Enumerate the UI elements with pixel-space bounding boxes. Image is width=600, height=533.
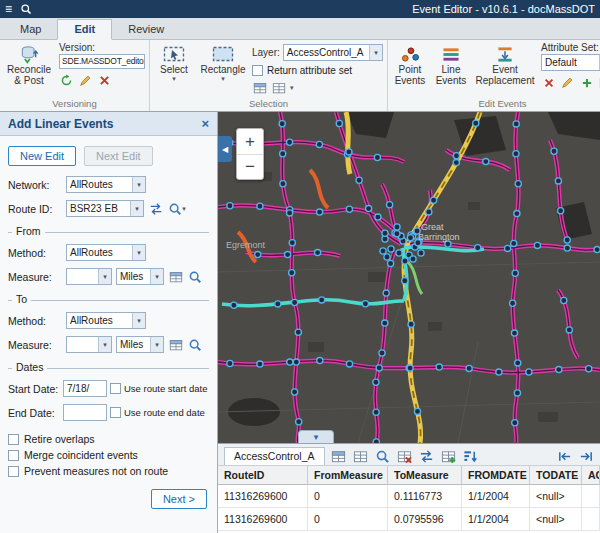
to-unit-value: Miles — [117, 339, 150, 350]
selection-more-dropdown-icon[interactable]: ▾ — [290, 84, 294, 91]
column-header-todate[interactable]: TODATE — [530, 466, 582, 485]
next-button[interactable]: Next > — [151, 489, 207, 509]
cell-ac — [582, 508, 600, 531]
line-events-label: Line Events — [435, 64, 467, 86]
cell-frommeasure: 0 — [308, 508, 388, 531]
delete-version-icon[interactable] — [97, 73, 112, 88]
panel-title: Add Linear Events — [8, 117, 201, 131]
clear-attribute-set-icon[interactable] — [541, 75, 556, 90]
route-picker-icon[interactable] — [148, 201, 163, 216]
edit-attribute-set-icon[interactable] — [560, 75, 575, 90]
route-id-select[interactable]: BSR23 EB ▾ — [66, 200, 144, 217]
next-edit-button[interactable]: Next Edit — [84, 146, 153, 166]
group-label-versioning: Versioning — [0, 98, 149, 111]
tab-map[interactable]: Map — [4, 20, 57, 39]
ribbon-group-edit-events: Point Events Line Events Event Replaceme… — [388, 40, 600, 111]
from-measure-select[interactable]: ▾ — [66, 268, 112, 285]
to-measure-table-icon[interactable] — [168, 337, 183, 352]
use-route-start-date-checkbox[interactable] — [110, 383, 121, 394]
collapse-table-button[interactable]: ▼ — [298, 430, 334, 443]
column-header-tomeasure[interactable]: ToMeasure — [388, 466, 462, 485]
line-events-button[interactable]: Line Events — [433, 42, 469, 86]
table-row[interactable]: 11316269600 0 0.0795596 1/1/2004 <null> — [218, 508, 600, 531]
tab-edit[interactable]: Edit — [57, 19, 112, 40]
map-canvas: Egremont Great Barrington — [218, 112, 600, 443]
sort-ascending-icon[interactable] — [463, 447, 479, 465]
rectangle-tool-button[interactable]: Rectangle ▾ — [199, 42, 247, 82]
return-attribute-set-checkbox[interactable] — [252, 65, 263, 76]
start-date-input[interactable]: 7/18/ — [63, 380, 107, 397]
collapse-panel-left-button[interactable]: ◀ — [218, 136, 232, 162]
add-records-icon[interactable] — [441, 447, 457, 465]
prevent-measures-label: Prevent measures not on route — [24, 465, 168, 477]
titlebar: ≡ Event Editor - v10.6.1 - docMassDOT — [0, 0, 600, 18]
map-label-barrington: Barrington — [418, 232, 460, 242]
column-header-fromdate[interactable]: FROMDATE — [462, 466, 530, 485]
attribute-set-label: Attribute Set: — [541, 42, 600, 53]
show-selected-records-icon[interactable] — [331, 447, 347, 465]
new-edit-button[interactable]: New Edit — [8, 146, 76, 166]
rectangle-tool-label: Rectangle — [200, 64, 245, 75]
use-route-start-date-label: Use route start date — [124, 383, 207, 394]
reconcile-post-button[interactable]: Reconcile & Post — [4, 42, 54, 86]
first-record-icon[interactable] — [556, 447, 572, 465]
dropdown-arrow-icon: ▾ — [132, 245, 145, 260]
network-select[interactable]: AllRoutes ▾ — [66, 176, 146, 193]
end-date-input[interactable] — [63, 404, 107, 421]
select-dropdown-icon[interactable]: ▾ — [172, 75, 176, 82]
zoom-to-selection-icon[interactable] — [375, 447, 391, 465]
return-attribute-set-label: Return attribute set — [267, 65, 352, 76]
retire-overlaps-checkbox[interactable] — [8, 434, 19, 445]
attribute-set-select[interactable]: Default ▾ — [541, 54, 600, 71]
prevent-measures-checkbox[interactable] — [8, 466, 19, 477]
selectable-layers-icon[interactable] — [252, 80, 267, 95]
cell-ac — [582, 485, 600, 508]
table-tab-accesscontrol[interactable]: AccessControl_A — [224, 447, 325, 465]
from-measure-zoom-icon[interactable] — [187, 269, 202, 284]
event-replacement-button[interactable]: Event Replacement — [474, 42, 536, 86]
from-measure-table-icon[interactable] — [168, 269, 183, 284]
route-zoom-icon[interactable]: ▾ — [167, 201, 187, 216]
switch-selection-icon[interactable] — [419, 447, 435, 465]
layer-select[interactable]: AccessControl_A ▾ — [283, 44, 383, 61]
cell-todate: <null> — [530, 485, 582, 508]
column-header-frommeasure[interactable]: FromMeasure — [308, 466, 388, 485]
selection-options-icon[interactable] — [271, 80, 286, 95]
point-events-button[interactable]: Point Events — [392, 42, 428, 86]
select-tool-icon — [163, 44, 185, 64]
from-unit-select[interactable]: Miles ▾ — [116, 268, 164, 285]
clear-selection-icon[interactable] — [397, 447, 413, 465]
dropdown-arrow-icon: ▾ — [132, 177, 145, 192]
table-toolbar: AccessControl_A — [218, 444, 600, 466]
to-unit-select[interactable]: Miles ▾ — [116, 336, 164, 353]
version-input[interactable]: SDE.MASSDOT_editor1 — [59, 54, 145, 69]
reconcile-post-icon — [18, 44, 40, 64]
column-header-ac[interactable]: AC — [582, 466, 600, 485]
last-record-icon[interactable] — [578, 447, 594, 465]
search-globe-icon[interactable] — [20, 3, 32, 15]
select-tool-button[interactable]: Select ▾ — [154, 42, 194, 82]
column-header-routeid[interactable]: RouteID — [218, 466, 308, 485]
network-select-value: AllRoutes — [67, 179, 132, 190]
to-method-select[interactable]: AllRoutes ▾ — [66, 312, 146, 329]
add-linear-events-panel: Add Linear Events × New Edit Next Edit N… — [0, 112, 218, 533]
menu-icon[interactable]: ≡ — [5, 0, 12, 18]
map-view[interactable]: Egremont Great Barrington + − ◀ ▼ — [218, 112, 600, 443]
zoom-in-button[interactable]: + — [237, 129, 263, 154]
show-all-records-icon[interactable] — [353, 447, 369, 465]
refresh-version-icon[interactable] — [59, 73, 74, 88]
close-panel-icon[interactable]: × — [201, 116, 209, 131]
to-measure-select[interactable]: ▾ — [66, 336, 112, 353]
to-method-value: AllRoutes — [67, 315, 132, 326]
table-row[interactable]: 11316269600 0 0.1116773 1/1/2004 <null> — [218, 485, 600, 508]
merge-coincident-events-checkbox[interactable] — [8, 450, 19, 461]
use-route-end-date-checkbox[interactable] — [110, 407, 121, 418]
new-attribute-set-icon[interactable] — [579, 75, 594, 90]
from-method-select[interactable]: AllRoutes ▾ — [66, 244, 146, 261]
tab-review[interactable]: Review — [112, 20, 180, 39]
ribbon-tab-bar: Map Edit Review — [0, 18, 600, 40]
rectangle-dropdown-icon[interactable]: ▾ — [221, 75, 225, 82]
edit-version-icon[interactable] — [78, 73, 93, 88]
to-measure-zoom-icon[interactable] — [187, 337, 202, 352]
zoom-out-button[interactable]: − — [237, 154, 263, 179]
